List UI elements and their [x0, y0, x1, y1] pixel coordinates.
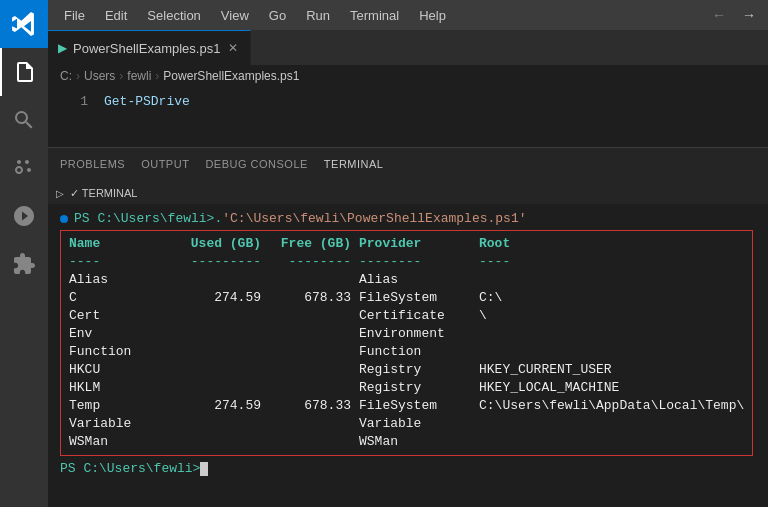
row-provider: Variable [359, 415, 479, 433]
terminal-panel: ▷ ✓ TERMINAL PS C:\Users\fewli> . 'C:\Us… [48, 182, 768, 507]
row-free: 678.33 [269, 397, 359, 415]
row-used [169, 343, 269, 361]
explorer-icon[interactable] [0, 48, 48, 96]
row-provider: FileSystem [359, 397, 479, 415]
nav-forward-arrow[interactable]: → [738, 5, 760, 25]
code-text-1: Get-PSDrive [104, 94, 190, 109]
row-used [169, 379, 269, 397]
run-debug-icon[interactable] [0, 192, 48, 240]
col-dash-root: ---- [479, 253, 744, 271]
row-provider: Alias [359, 271, 479, 289]
menu-terminal[interactable]: Terminal [342, 6, 407, 25]
col-header-root: Root [479, 235, 744, 253]
row-name: Variable [69, 415, 169, 433]
col-header-used: Used (GB) [169, 235, 269, 253]
row-root: \ [479, 307, 744, 325]
tab-debug-console[interactable]: DEBUG CONSOLE [205, 148, 307, 183]
menu-go[interactable]: Go [261, 6, 294, 25]
col-header-free: Free (GB) [269, 235, 359, 253]
col-dash-provider: -------- [359, 253, 479, 271]
term-ps-label: PS C:\Users\fewli> [74, 210, 214, 228]
menu-help[interactable]: Help [411, 6, 454, 25]
tab-output[interactable]: OUTPUT [141, 148, 189, 183]
menu-bar: File Edit Selection View Go Run Terminal… [48, 0, 768, 30]
cursor [200, 462, 208, 476]
row-free [269, 415, 359, 433]
term-dot-cmd: . [214, 210, 222, 228]
term-script-path: 'C:\Users\fewli\PowerShellExamples.ps1' [222, 210, 526, 228]
col-header-provider: Provider [359, 235, 479, 253]
line-number-1: 1 [60, 94, 88, 109]
menu-run[interactable]: Run [298, 6, 338, 25]
row-root: HKEY_CURRENT_USER [479, 361, 744, 379]
row-used [169, 415, 269, 433]
row-used [169, 325, 269, 343]
table-row: WSMan WSMan [69, 433, 744, 451]
row-root [479, 343, 744, 361]
row-root [479, 415, 744, 433]
row-name: Cert [69, 307, 169, 325]
panel-tabs: PROBLEMS OUTPUT DEBUG CONSOLE TERMINAL [48, 147, 768, 182]
row-root: HKEY_LOCAL_MACHINE [479, 379, 744, 397]
table-row: Function Function [69, 343, 744, 361]
table-output: Name Used (GB) Free (GB) Provider Root -… [60, 230, 753, 456]
row-name: WSMan [69, 433, 169, 451]
breadcrumb-c[interactable]: C: [60, 69, 72, 83]
breadcrumb-users[interactable]: Users [84, 69, 115, 83]
nav-back-arrow[interactable]: ← [708, 5, 730, 25]
row-root: C:\ [479, 289, 744, 307]
col-dash-free: -------- [269, 253, 359, 271]
terminal-collapse-arrow[interactable]: ▷ [56, 188, 64, 199]
table-row: Temp 274.59 678.33 FileSystem C:\Users\f… [69, 397, 744, 415]
terminal-first-prompt: PS C:\Users\fewli> . 'C:\Users\fewli\Pow… [60, 210, 756, 228]
tab-terminal[interactable]: TERMINAL [324, 148, 384, 183]
tab-bar: ▶ PowerShellExamples.ps1 ✕ [48, 30, 768, 65]
table-row: HKLM Registry HKEY_LOCAL_MACHINE [69, 379, 744, 397]
breadcrumb-fewli[interactable]: fewli [127, 69, 151, 83]
row-name: HKLM [69, 379, 169, 397]
menu-file[interactable]: File [56, 6, 93, 25]
tab-problems[interactable]: PROBLEMS [60, 148, 125, 183]
table-row: HKCU Registry HKEY_CURRENT_USER [69, 361, 744, 379]
row-provider: Environment [359, 325, 479, 343]
terminal-header: ▷ ✓ TERMINAL [48, 182, 768, 204]
menu-edit[interactable]: Edit [97, 6, 135, 25]
row-name: Alias [69, 271, 169, 289]
row-root: C:\Users\fewli\AppData\Local\Temp\ [479, 397, 744, 415]
row-free [269, 325, 359, 343]
editor-area[interactable]: 1 Get-PSDrive [48, 87, 768, 147]
row-used [169, 271, 269, 289]
terminal-content[interactable]: PS C:\Users\fewli> . 'C:\Users\fewli\Pow… [48, 204, 768, 507]
activity-bar [0, 0, 48, 507]
search-icon[interactable] [0, 96, 48, 144]
row-root [479, 433, 744, 451]
term-final-ps: PS C:\Users\fewli> [60, 460, 200, 478]
row-free [269, 307, 359, 325]
code-line-1: 1 Get-PSDrive [48, 91, 768, 111]
row-provider: Registry [359, 379, 479, 397]
row-provider: Function [359, 343, 479, 361]
row-provider: WSMan [359, 433, 479, 451]
row-free [269, 361, 359, 379]
source-control-icon[interactable] [0, 144, 48, 192]
table-row: Cert Certificate \ [69, 307, 744, 325]
breadcrumb-file[interactable]: PowerShellExamples.ps1 [163, 69, 299, 83]
col-dash-used: --------- [169, 253, 269, 271]
row-used [169, 361, 269, 379]
menu-view[interactable]: View [213, 6, 257, 25]
table-row: Alias Alias [69, 271, 744, 289]
row-used: 274.59 [169, 289, 269, 307]
row-used [169, 307, 269, 325]
row-provider: Registry [359, 361, 479, 379]
menu-selection[interactable]: Selection [139, 6, 208, 25]
activity-bar-icons [0, 48, 48, 288]
terminal-header-label: ✓ TERMINAL [70, 187, 137, 200]
table-row: Variable Variable [69, 415, 744, 433]
tab-powershell[interactable]: ▶ PowerShellExamples.ps1 ✕ [48, 30, 251, 65]
extensions-icon[interactable] [0, 240, 48, 288]
row-free [269, 379, 359, 397]
row-name: Temp [69, 397, 169, 415]
table-row: Env Environment [69, 325, 744, 343]
tab-close-button[interactable]: ✕ [226, 40, 240, 56]
row-name: HKCU [69, 361, 169, 379]
